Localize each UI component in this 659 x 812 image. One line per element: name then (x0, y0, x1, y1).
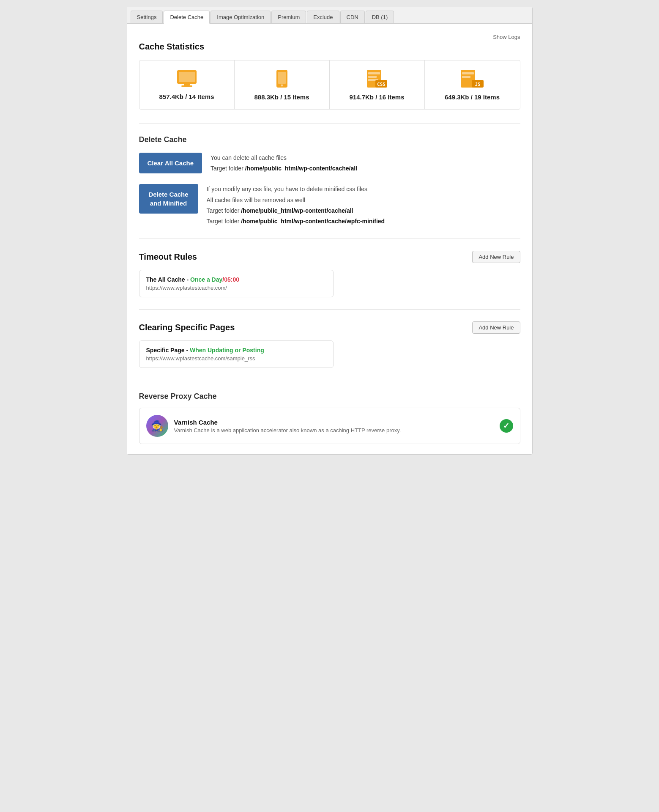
timeout-rules-header: Timeout Rules Add New Rule (139, 251, 520, 263)
svg-rect-5 (278, 72, 286, 84)
svg-rect-9 (368, 76, 377, 78)
stat-value-monitor: 857.4Kb / 14 Items (159, 93, 214, 100)
specific-page-rule-card: Specific Page - When Updating or Posting… (139, 340, 334, 368)
clear-all-cache-row: Clear All Cache You can delete all cache… (139, 153, 520, 174)
specific-pages-title: Clearing Specific Pages (139, 323, 235, 332)
tab-cdn[interactable]: CDN (340, 11, 365, 23)
delete-minified-line3: Target folder (207, 207, 241, 214)
mobile-icon (276, 69, 288, 88)
plugin-container: Settings Delete Cache Image Optimization… (127, 7, 533, 455)
main-content: Show Logs Cache Statistics 857.4Kb / 14 … (127, 24, 532, 454)
specific-page-prefix: Specific Page - (146, 347, 190, 354)
varnish-cache-card: 🧙 Varnish Cache Varnish Cache is a web a… (139, 408, 520, 444)
stat-cell-js: JS 649.3Kb / 19 Items (425, 60, 520, 109)
stats-grid: 857.4Kb / 14 Items 888.3Kb / 15 Items (139, 60, 520, 110)
stat-cell-css: CSS 914.7Kb / 16 Items (330, 60, 425, 109)
specific-page-rule-url: https://www.wpfastestcache.com/sample_rs… (146, 355, 326, 362)
tab-exclude[interactable]: Exclude (307, 11, 339, 23)
timeout-rule-url: https://www.wpfastestcache.com/ (146, 285, 326, 291)
delete-minified-desc: If you modify any css file, you have to … (207, 184, 385, 227)
svg-text:CSS: CSS (377, 82, 386, 87)
svg-point-6 (281, 85, 283, 87)
stat-value-js: 649.3Kb / 19 Items (445, 93, 500, 101)
specific-page-trigger: When Updating or Posting (190, 347, 264, 354)
svg-text:JS: JS (475, 82, 480, 87)
clear-all-cache-desc: You can delete all cache files Target fo… (211, 153, 357, 174)
timeout-rule-card: The All Cache - Once a Day/05:00 https:/… (139, 270, 334, 297)
timeout-rule-title: The All Cache - Once a Day/05:00 (146, 276, 326, 283)
clear-all-path: /home/public_html/wp-content/cache/all (245, 165, 357, 172)
varnish-name: Varnish Cache (174, 419, 494, 426)
timeout-rule-frequency: Once a Day (190, 276, 222, 283)
divider-4 (139, 380, 520, 380)
tab-image-optimization[interactable]: Image Optimization (211, 11, 271, 23)
divider-1 (139, 123, 520, 123)
divider-3 (139, 309, 520, 310)
show-logs-link[interactable]: Show Logs (493, 34, 520, 40)
css-icon: CSS (366, 69, 388, 88)
tab-settings[interactable]: Settings (131, 11, 163, 23)
svg-rect-14 (462, 72, 474, 74)
delete-minified-path2: /home/public_html/wp-content/cache/wpfc-… (241, 218, 385, 225)
delete-minified-line4: Target folder (207, 218, 241, 225)
timeout-rule-prefix: The All Cache - (146, 276, 191, 283)
delete-minified-button[interactable]: Delete Cache and Minified (139, 184, 198, 214)
specific-page-rule-title: Specific Page - When Updating or Posting (146, 347, 326, 354)
varnish-desc: Varnish Cache is a web application accel… (174, 427, 494, 433)
svg-rect-8 (368, 72, 380, 74)
divider-2 (139, 239, 520, 239)
delete-minified-line1: If you modify any css file, you have to … (207, 186, 368, 192)
varnish-info: Varnish Cache Varnish Cache is a web app… (174, 419, 494, 433)
tab-premium[interactable]: Premium (271, 11, 306, 23)
monitor-icon (176, 69, 197, 88)
tab-bar: Settings Delete Cache Image Optimization… (127, 7, 532, 24)
reverse-proxy-title: Reverse Proxy Cache (139, 392, 520, 401)
svg-rect-3 (181, 85, 192, 87)
timeout-rule-time: /05:00 (222, 276, 239, 283)
stat-cell-monitor: 857.4Kb / 14 Items (139, 60, 235, 109)
clear-all-desc-line2: Target folder (211, 165, 245, 172)
svg-rect-1 (179, 72, 195, 82)
tab-db[interactable]: DB (1) (366, 11, 394, 23)
delete-minified-line2: All cache files will be removed as well (207, 197, 305, 203)
show-logs-row: Show Logs (139, 34, 520, 40)
delete-minified-path1: /home/public_html/wp-content/cache/all (241, 207, 353, 214)
timeout-rules-title: Timeout Rules (139, 252, 197, 262)
add-timeout-rule-button[interactable]: Add New Rule (472, 251, 520, 263)
clear-all-cache-button[interactable]: Clear All Cache (139, 153, 202, 173)
varnish-enabled-checkmark (500, 419, 513, 433)
delete-minified-row: Delete Cache and Minified If you modify … (139, 184, 520, 227)
clear-all-desc-line1: You can delete all cache files (211, 154, 287, 161)
specific-pages-header: Clearing Specific Pages Add New Rule (139, 321, 520, 334)
js-icon: JS (460, 69, 484, 88)
tab-delete-cache[interactable]: Delete Cache (164, 11, 210, 24)
delete-cache-title: Delete Cache (139, 135, 520, 144)
stat-value-css: 914.7Kb / 16 Items (349, 93, 404, 101)
varnish-avatar: 🧙 (146, 415, 168, 437)
svg-rect-2 (184, 84, 190, 85)
stat-value-mobile: 888.3Kb / 15 Items (254, 93, 309, 101)
svg-rect-15 (462, 76, 470, 78)
add-specific-page-rule-button[interactable]: Add New Rule (472, 321, 520, 334)
stat-cell-mobile: 888.3Kb / 15 Items (235, 60, 330, 109)
cache-statistics-title: Cache Statistics (139, 42, 520, 52)
